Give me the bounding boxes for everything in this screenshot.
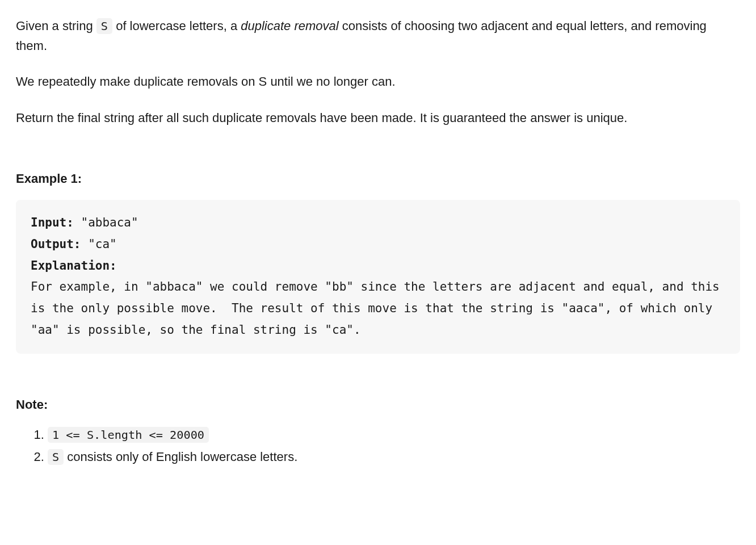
text-fragment: consists only of English lowercase lette… [64,450,297,464]
example-heading: Example 1: [16,169,740,188]
problem-paragraph-3: Return the final string after all such d… [16,108,740,128]
problem-paragraph-2: We repeatedly make duplicate removals on… [16,72,740,91]
inline-code: S [48,449,64,465]
example-block: Input: "abbaca" Output: "ca" Explanation… [16,200,740,354]
text-fragment: of lowercase letters, a [112,19,241,33]
note-item-1: 1 <= S.length <= 20000 [48,424,740,446]
inline-code: 1 <= S.length <= 20000 [48,427,209,443]
explanation-text: For example, in "abbaca" we could remove… [31,280,726,337]
inline-code: S [96,18,112,34]
input-label: Input: [31,216,74,229]
output-value: "ca" [81,237,117,251]
note-item-2: S consists only of English lowercase let… [48,446,740,468]
problem-paragraph-1: Given a string S of lowercase letters, a… [16,16,740,56]
text-fragment: Given a string [16,19,96,33]
input-value: "abbaca" [74,216,138,229]
emphasized-term: duplicate removal [241,19,338,33]
explanation-label: Explanation: [31,259,117,272]
note-heading: Note: [16,395,740,414]
output-label: Output: [31,237,81,251]
notes-list: 1 <= S.length <= 20000 S consists only o… [16,424,740,468]
